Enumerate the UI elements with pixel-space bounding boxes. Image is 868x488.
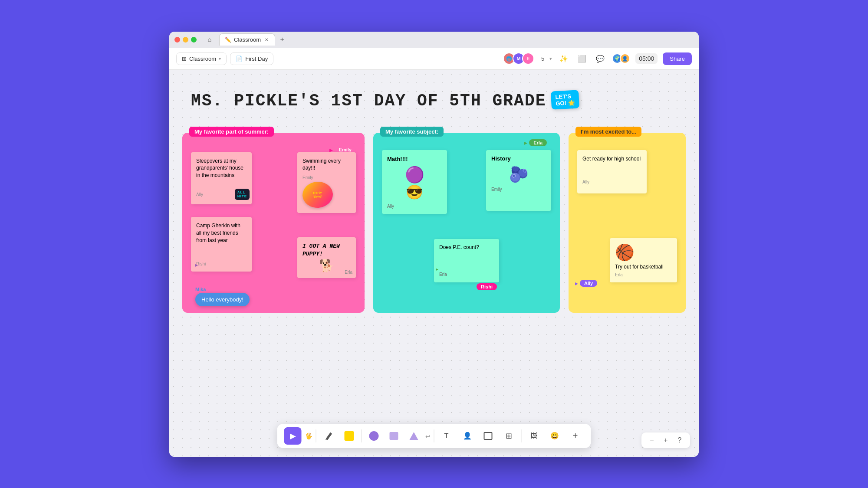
- avatar-3: E: [522, 52, 534, 65]
- rotate-icon: ↩: [425, 433, 431, 440]
- sticky-author-ally-3: Ally: [582, 180, 641, 184]
- minimize-button[interactable]: [183, 37, 188, 43]
- rishi-cursor-area: ▸: [195, 262, 198, 268]
- nav-bar: ⊞ Classroom ▾ 📄 First Day 🌐 M E 5 ▾ ✨ ⬜ …: [169, 48, 699, 70]
- rishi-tag: Rishi: [477, 283, 497, 290]
- pencil-icon: [325, 431, 332, 441]
- table-icon: ⊞: [506, 431, 512, 441]
- canvas-area: MS. PICKLE'S 1ST DAY OF 5TH GRADE LET'SG…: [169, 70, 699, 457]
- zoom-in-button[interactable]: +: [661, 435, 671, 445]
- share-button[interactable]: Share: [663, 52, 692, 65]
- sticky-author-erla-3: Erla: [615, 272, 672, 277]
- sticky-author-emily: Emily: [302, 175, 351, 180]
- hand-icon: 🖐: [305, 432, 312, 439]
- classroom-nav[interactable]: ⊞ Classroom ▾: [176, 52, 227, 65]
- sticky-history[interactable]: History 🫐 Emily: [486, 150, 551, 211]
- erla-cursor: ▸ Erla: [524, 139, 547, 146]
- puppy-sticker: 🐕: [302, 259, 351, 273]
- emoji-tool[interactable]: 😀: [546, 427, 563, 445]
- tab-icon: ✏️: [225, 37, 231, 43]
- tab-bar: ✏️ Classroom ✕ +: [219, 33, 287, 46]
- excited-label: I'm most excited to...: [575, 127, 641, 137]
- lets-go-sticker: LET'SGO! 🌟: [551, 90, 579, 109]
- layout-icon[interactable]: ⬜: [575, 52, 589, 65]
- triangle-tool[interactable]: [405, 427, 423, 445]
- traffic-lights: [174, 37, 197, 43]
- separator-2: [362, 429, 362, 442]
- excited-section: I'm most excited to... Get ready for hig…: [569, 133, 686, 313]
- sticky-note-icon: [345, 431, 354, 441]
- ally-cursor: ▸ Ally: [575, 280, 597, 287]
- text-tool[interactable]: T: [438, 427, 455, 445]
- table-tool[interactable]: ⊞: [500, 427, 518, 445]
- chat-icon[interactable]: 💬: [594, 52, 607, 65]
- page-title: MS. PICKLE'S 1ST DAY OF 5TH GRADE: [191, 92, 546, 110]
- emoji-icon: 😀: [550, 432, 559, 440]
- cool-emoji: 😎: [387, 184, 442, 200]
- add-icon: +: [573, 431, 578, 441]
- firstday-nav[interactable]: 📄 First Day: [230, 52, 273, 65]
- bottom-toolbar: ▶ 🖐: [277, 424, 591, 448]
- summer-label: My favorite part of summer:: [189, 127, 274, 137]
- active-avatars: 🌍 👤: [612, 53, 630, 64]
- home-icon[interactable]: ⌂: [204, 33, 216, 46]
- media-icon: 🖼: [530, 432, 537, 440]
- classroom-tab[interactable]: ✏️ Classroom ✕: [219, 33, 275, 46]
- sticky-pe[interactable]: Does P.E. count? ▸ Erla Rishi: [434, 239, 499, 282]
- ally-tag: Ally: [580, 280, 597, 287]
- title-bar: ⌂ ✏️ Classroom ✕ +: [169, 32, 699, 48]
- user-avatars: 🌐 M E: [503, 52, 534, 65]
- zoom-out-button[interactable]: −: [647, 435, 657, 445]
- zoom-controls: − + ?: [641, 432, 690, 448]
- sticky-text: History: [491, 155, 546, 162]
- maximize-button[interactable]: [191, 37, 197, 43]
- sticky-author-emily-2: Emily: [491, 187, 546, 192]
- summer-section: My favorite part of summer: ▸ Emily Slee…: [182, 133, 365, 313]
- nav-right: 🌐 M E 5 ▾ ✨ ⬜ 💬 🌍 👤 05:00 Share: [503, 52, 692, 65]
- history-monster-emoji: 🫐: [491, 165, 546, 183]
- select-tool[interactable]: ▶: [284, 427, 302, 445]
- sticky-text: Get ready for high school: [582, 155, 641, 163]
- sticky-author-rishi: Rishi: [196, 262, 247, 266]
- sticky-text: Camp Gherkin with all my best friends fr…: [196, 222, 247, 244]
- add-tab-button[interactable]: +: [277, 34, 287, 45]
- sticky-sleepovers[interactable]: Sleepovers at my grandparents' house in …: [191, 152, 252, 204]
- sticky-text: I GOT A NEW PUPPY!: [302, 242, 351, 258]
- media-tool[interactable]: 🖼: [525, 427, 542, 445]
- frame-tool[interactable]: [480, 427, 497, 445]
- mika-chat-container: Mika Hello everybody!: [195, 287, 250, 306]
- zoom-help-button[interactable]: ?: [674, 435, 685, 445]
- nav-left: ⊞ Classroom ▾ 📄 First Day: [176, 52, 273, 65]
- separator-4: [521, 429, 522, 442]
- sticky-highschool[interactable]: Get ready for high school Ally: [577, 150, 647, 193]
- mika-message: Hello everybody!: [195, 293, 250, 306]
- sticky-swimming[interactable]: Swimming every day!!! Emily PartyTime!: [297, 152, 356, 213]
- circle-tool[interactable]: [365, 427, 383, 445]
- sticky-math[interactable]: Math!!!! 🟣 😎 Ally: [382, 150, 447, 214]
- sticky-tool[interactable]: [341, 427, 358, 445]
- draw-tool[interactable]: [320, 427, 337, 445]
- sparkle-icon[interactable]: ✨: [557, 52, 570, 65]
- rishi-tag-container: Rishi: [477, 282, 497, 290]
- close-button[interactable]: [174, 37, 180, 43]
- sticky-puppy[interactable]: I GOT A NEW PUPPY! 🐕 Erla: [297, 237, 356, 278]
- add-tool[interactable]: +: [567, 427, 584, 445]
- classroom-nav-label: Classroom: [189, 56, 216, 62]
- browser-window: ⌂ ✏️ Classroom ✕ + ⊞ Classroom ▾ 📄 First…: [169, 32, 699, 457]
- active-avatar-2: 👤: [620, 53, 630, 64]
- sticky-author-ally-2: Ally: [387, 204, 442, 209]
- firstday-nav-label: First Day: [245, 56, 268, 62]
- erla-tag: Erla: [529, 139, 547, 146]
- party-time-sticker: PartyTime!: [302, 180, 334, 209]
- chevron-down-icon: ▾: [219, 56, 221, 61]
- sticky-camp[interactable]: Camp Gherkin with all my best friends fr…: [191, 217, 252, 271]
- math-face-emoji: 🟣: [387, 166, 442, 184]
- page-icon: 📄: [236, 56, 243, 62]
- person-tool[interactable]: 👤: [459, 427, 476, 445]
- separator-3: [434, 429, 434, 442]
- rect-tool[interactable]: [385, 427, 403, 445]
- tab-close-icon[interactable]: ✕: [263, 37, 270, 43]
- sticky-author-erla: Erla: [345, 270, 352, 275]
- sticky-basketball[interactable]: 🏀 Try out for basketball Erla: [610, 238, 677, 282]
- grid-icon: ⊞: [182, 56, 187, 62]
